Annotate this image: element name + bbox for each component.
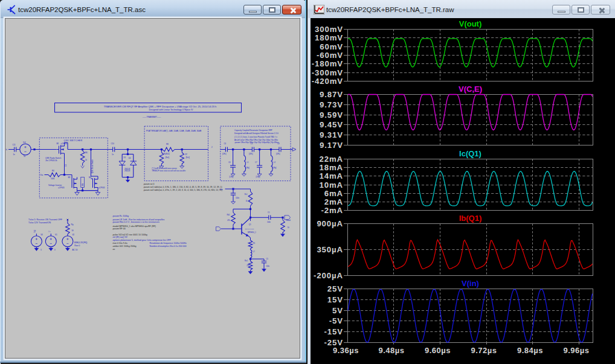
- svg-text:Tx/xx 12V Transmit/ON: Tx/xx 12V Transmit/ON: [28, 222, 51, 224]
- svg-text:SINE(0 28 [PK]): SINE(0 28 [PK]): [74, 241, 87, 244]
- svg-text:=2-P005: =2-P005: [58, 187, 65, 189]
- svg-text:------TRANSMIT------: ------TRANSMIT------: [143, 116, 161, 118]
- svg-text:-420mV: -420mV: [312, 77, 343, 86]
- svg-text:Ib(Q1): Ib(Q1): [459, 214, 482, 223]
- svg-text:C6: C6: [228, 161, 231, 164]
- svg-text:300mV: 300mV: [315, 25, 343, 34]
- svg-text:Vx1: Vx1: [23, 141, 26, 144]
- svg-text:[LRp]: [LRp]: [272, 167, 276, 169]
- svg-text:.amber 001 100kg 200kg: .amber 001 100kg 200kg: [112, 245, 137, 247]
- svg-text:TRNSCP xxxx xxxx xx xxll xxll: TRNSCP xxxx xxxx xx xxll xxll xxx xxx.bh…: [152, 170, 185, 172]
- svg-text:TRANSCEIVER CW RFQT RF Amplif: TRANSCEIVER CW RFQT RF Amplifier QSK + R…: [104, 105, 217, 108]
- svg-text:22mA: 22mA: [319, 155, 343, 164]
- svg-text:C1: C1: [268, 211, 270, 214]
- svg-text:V(in): V(in): [462, 279, 479, 288]
- svg-text:.param rat2 table(rat, 0, 47m,: .param rat2 table(rat, 0, 47m, 1, 39, 2,…: [143, 189, 222, 191]
- svg-text:270: 270: [246, 264, 250, 267]
- svg-text:0: 0: [40, 249, 42, 251]
- svg-text:V1: V1: [55, 234, 57, 236]
- svg-text:L1: L1: [247, 161, 249, 164]
- svg-text:C10: C10: [111, 142, 115, 145]
- svg-text:C5: C5: [266, 258, 268, 260]
- svg-text:R6: R6: [85, 152, 88, 154]
- svg-text:.param Rc 100kg: .param Rc 100kg: [112, 215, 129, 217]
- svg-text:0: 0: [54, 249, 56, 251]
- svg-text:[Rx1]: [Rx1]: [186, 156, 190, 159]
- svg-text:900µA: 900µA: [317, 219, 343, 228]
- svg-text:Voltage Inverter: Voltage Inverter: [48, 184, 62, 187]
- svg-text:-2mA: -2mA: [321, 206, 343, 215]
- svg-text:2N4148: 2N4148: [124, 170, 130, 172]
- svg-text:[CRs]: [CRs]: [249, 153, 253, 155]
- svg-text:.options plotwinsize 5, method: .options plotwinsize 5, method gear Cela…: [112, 239, 172, 241]
- svg-text:2nxxxp 10.5k: 2nxxxp 10.5k: [245, 228, 254, 230]
- svg-text:.ac: .ac: [112, 248, 115, 251]
- svg-text:.param CRxx 80p CRxx 10p CK: .param CRxx 80p CRxx 10p CKp 100p=80p | …: [234, 141, 279, 144]
- svg-text:Rs[Rx2]: Rs[Rx2]: [164, 153, 170, 155]
- svg-text:-300mV: -300mV: [312, 68, 343, 77]
- svg-text:=2-P005: =2-P005: [98, 187, 105, 189]
- svg-text:-15V: -15V: [324, 327, 343, 336]
- svg-text:(") 1xxR Rs should xxxx xxxxxx: (") 1xxR Rs should xxxx xxxxxx: [152, 167, 177, 170]
- svg-text:C4: C4: [65, 164, 67, 167]
- svg-text:.param rat 0: .param rat 0: [143, 183, 154, 185]
- svg-text:2mA: 2mA: [324, 197, 343, 206]
- svg-text:R1: R1: [253, 242, 256, 244]
- svg-text:.param RF 40: .param RF 40: [112, 228, 126, 230]
- svg-text:Re1: Re1: [245, 260, 248, 262]
- svg-text:D1: D1: [124, 156, 126, 159]
- svg-text:AC 10: AC 10: [72, 249, 77, 251]
- svg-text:9.60µs: 9.60µs: [425, 346, 451, 355]
- svg-text:R8: R8: [166, 143, 169, 145]
- svg-text:-5V: -5V: [329, 316, 343, 325]
- svg-text:100n: 100n: [266, 265, 269, 267]
- svg-text:9.17V: 9.17V: [320, 141, 343, 150]
- svg-text:Ic(Q1): Ic(Q1): [459, 149, 481, 158]
- svg-text:Rb1: Rb1: [227, 214, 230, 216]
- svg-text:1n: 1n: [13, 153, 16, 156]
- svg-text:V2: V2: [72, 234, 74, 236]
- svg-text:50: 50: [71, 229, 74, 232]
- svg-text:Tx/xx 5: Receive ON Transmit: Tx/xx 5: Receive ON Transmit OFF: [28, 219, 63, 221]
- svg-text:Rload: Rload: [286, 219, 291, 222]
- svg-text:100n: 100n: [267, 221, 271, 223]
- svg-text:Jxx 2-P005.5k: Jxx 2-P005.5k: [45, 159, 57, 162]
- svg-text:Rc1: Rc1: [245, 193, 248, 196]
- svg-text:.param Rbs 0.2 O , bxxxxxxx: .param Rbs 0.2 O , bxxxxxxx x xx les res…: [112, 221, 159, 223]
- svg-text:TX5: TX5: [34, 229, 36, 232]
- svg-text:V(C,E): V(C,E): [459, 85, 482, 94]
- svg-text:-180mV: -180mV: [312, 59, 343, 68]
- svg-text:5V: 5V: [332, 306, 343, 315]
- svg-text:[CRp]: [CRp]: [230, 176, 234, 178]
- svg-text:V(out): V(out): [459, 19, 482, 28]
- svg-text:[Rx1]: [Rx1]: [166, 156, 170, 159]
- svg-text:MPSH10_1: MPSH10_1: [248, 231, 256, 234]
- svg-text:[CRs]: [CRs]: [222, 153, 227, 155]
- svg-text:2: 2: [211, 146, 213, 148]
- svg-text:R4: R4: [52, 170, 54, 172]
- svg-text:L2: L2: [274, 161, 275, 164]
- svg-text:M3: M3: [89, 176, 91, 179]
- svg-text:18mA: 18mA: [319, 163, 343, 172]
- svg-text:50: 50: [24, 155, 26, 158]
- svg-text:C11: C11: [13, 144, 16, 146]
- svg-text:In: In: [6, 148, 8, 151]
- svg-text:9.84µs: 9.84µs: [517, 346, 543, 355]
- svg-text:9.59V: 9.59V: [320, 110, 343, 120]
- svg-text:100k: 100k: [82, 183, 84, 187]
- svg-text:[CRp]: [CRp]: [256, 176, 260, 178]
- svg-text:1k: 1k: [85, 159, 88, 161]
- svg-text:9.96µs: 9.96µs: [563, 346, 589, 355]
- svg-text:Vxx: Vxx: [220, 188, 223, 191]
- svg-text:60mV: 60mV: [320, 42, 343, 51]
- svg-text:-60mV: -60mV: [317, 51, 343, 60]
- svg-text:QSK SWITCHER: QSK SWITCHER: [64, 139, 83, 142]
- svg-text:100n: 100n: [236, 197, 239, 199]
- svg-text:Vxx: Vxx: [40, 174, 43, 176]
- svg-text:QSK Shunt Switch: QSK Shunt Switch: [91, 159, 94, 173]
- svg-text:Nombre d'examples 20u.0.1u: Nombre d'examples 20u.0.1u 200 000: [150, 245, 187, 247]
- svg-text:C4: C4: [224, 142, 227, 145]
- svg-text:C3: C3: [251, 142, 253, 145]
- svg-text:9.48µs: 9.48µs: [378, 346, 404, 355]
- svg-text:9.72µs: 9.72µs: [471, 346, 497, 355]
